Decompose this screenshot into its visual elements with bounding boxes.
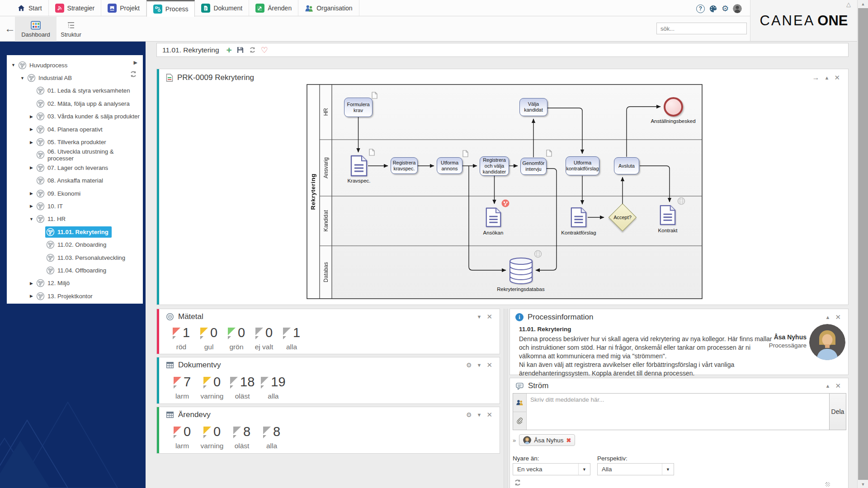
tree-item[interactable]: 11.03. Personalutveckling bbox=[7, 251, 143, 264]
tab-strategier[interactable]: Strategier bbox=[49, 0, 102, 16]
database-rekryteringsdatabas[interactable] bbox=[509, 257, 533, 284]
expand-arrow-icon[interactable]: ▶ bbox=[28, 281, 35, 286]
collapse-widget-icon[interactable]: ▲ bbox=[826, 383, 830, 389]
tab-start[interactable]: Start bbox=[11, 0, 49, 16]
tree-item[interactable]: 06. Utveckla utrustning & processer bbox=[7, 149, 143, 161]
share-button[interactable]: Dela bbox=[829, 394, 846, 430]
settings-gear-icon[interactable]: ⚙ bbox=[722, 5, 729, 13]
end-event-anstallningsbesked[interactable] bbox=[664, 97, 683, 117]
stat-larm[interactable]: 0larm bbox=[170, 425, 194, 450]
tree-item[interactable]: ▼Industrial AB bbox=[7, 71, 143, 84]
stat-ej-valt[interactable]: 0ej valt bbox=[253, 326, 275, 351]
tree-item[interactable]: 11.04. Offboarding bbox=[7, 264, 143, 277]
expand-arrow-icon[interactable]: ▶ bbox=[28, 294, 35, 298]
expand-arrow-icon[interactable]: ▶ bbox=[28, 204, 35, 208]
task-registrera-kravspec[interactable]: Registrera kravspec. bbox=[391, 157, 418, 174]
process-link-badge-icon[interactable] bbox=[501, 199, 509, 207]
widget-settings-gear-icon[interactable]: ⚙ bbox=[466, 361, 472, 369]
tab-arenden[interactable]: Ärenden bbox=[249, 0, 298, 16]
tree-item[interactable]: ▶13. Projektkontor bbox=[7, 290, 143, 302]
bpmn-diagram[interactable]: Rekrytering HR Ansvarig Kandidat Databas bbox=[307, 84, 703, 299]
stat-olast[interactable]: 18oläst bbox=[230, 375, 255, 400]
close-widget-icon[interactable]: ✕ bbox=[486, 411, 492, 419]
expand-arrow-icon[interactable]: ▶ bbox=[28, 191, 35, 196]
task-genomfor-intervju[interactable]: Genomför intervju bbox=[520, 158, 547, 175]
tree-item[interactable]: 11.02. Onboarding bbox=[7, 238, 143, 251]
document-kravspec[interactable] bbox=[350, 155, 368, 177]
stream-refresh-icon[interactable] bbox=[514, 479, 522, 487]
search-input[interactable] bbox=[657, 25, 744, 32]
favorite-heart-icon[interactable]: ♡ bbox=[261, 45, 268, 55]
stat-varning[interactable]: 0varning bbox=[200, 425, 224, 450]
document-ansokan[interactable] bbox=[485, 207, 502, 228]
close-widget-icon[interactable]: ✕ bbox=[486, 313, 492, 321]
collapse-widget-icon[interactable]: ▲ bbox=[826, 314, 830, 320]
resize-grip[interactable] bbox=[826, 482, 830, 487]
collapse-widget-icon[interactable]: ▼ bbox=[477, 314, 482, 319]
struktur-button[interactable]: Struktur bbox=[57, 17, 85, 42]
tree-item[interactable]: 08. Anskaffa material bbox=[7, 174, 143, 187]
tree-item[interactable]: ▶07. Lager och leverans bbox=[7, 161, 143, 174]
remove-tag-icon[interactable]: ✖ bbox=[566, 437, 571, 444]
task-valja-kandidat[interactable]: Välja kandidat bbox=[519, 98, 547, 116]
tree-item-selected[interactable]: 11.01. Rekrytering bbox=[7, 225, 143, 238]
task-registrera-och-valja-kandidater[interactable]: Registrera och välja kandidater bbox=[480, 156, 509, 176]
perspective-select[interactable]: Alla ▼ bbox=[597, 463, 674, 475]
tab-process[interactable]: Process bbox=[146, 0, 195, 17]
help-icon[interactable]: ? bbox=[696, 5, 705, 13]
stat-gron[interactable]: 0grön bbox=[226, 326, 247, 351]
expand-arrow-icon[interactable]: ▶ bbox=[28, 140, 35, 145]
back-arrow-icon[interactable]: ← bbox=[5, 23, 15, 34]
tree-expand-icon[interactable]: ▶ bbox=[134, 60, 137, 66]
stat-alla[interactable]: 19alla bbox=[261, 375, 285, 400]
tree-refresh-icon[interactable] bbox=[129, 70, 137, 78]
tree-item[interactable]: ▼Huvudprocess bbox=[7, 59, 143, 71]
stat-larm[interactable]: 7larm bbox=[170, 375, 194, 400]
tree-item[interactable]: ▶09. Ekonomi bbox=[7, 187, 143, 200]
widget-settings-gear-icon[interactable]: ⚙ bbox=[466, 411, 472, 418]
stat-gul[interactable]: 0gul bbox=[198, 326, 220, 351]
save-icon[interactable] bbox=[236, 46, 244, 54]
task-utforma-kontraktforslag[interactable]: Utforma kontraktförslag bbox=[566, 156, 599, 175]
stat-varning[interactable]: 0varning bbox=[200, 375, 224, 400]
stat-rod[interactable]: 1röd bbox=[170, 326, 192, 351]
tree-item[interactable]: ▶10. IT bbox=[7, 200, 143, 212]
close-widget-icon[interactable]: ✕ bbox=[835, 382, 841, 390]
theme-palette-icon[interactable] bbox=[709, 5, 717, 13]
scroll-up-icon[interactable]: ▲ bbox=[858, 0, 868, 8]
tree-item[interactable]: 02. Mäta, följa upp & analysera bbox=[7, 97, 143, 110]
tree-item[interactable]: ▼11. HR bbox=[7, 213, 143, 225]
task-avsluta[interactable]: Avsluta bbox=[614, 157, 639, 174]
vertical-scrollbar[interactable]: ▲ ▼ bbox=[857, 0, 868, 488]
collapse-widget-icon[interactable]: ▼ bbox=[477, 412, 482, 418]
document-kontraktforslag[interactable] bbox=[570, 207, 587, 228]
tree-item[interactable]: ▶04. Planera operativt bbox=[7, 123, 143, 136]
tab-projekt[interactable]: Projekt bbox=[101, 0, 146, 16]
newer-than-select[interactable]: En vecka ▼ bbox=[513, 463, 590, 475]
tree-item[interactable]: ▶03. Vårda kunder & sälja produkter bbox=[7, 110, 143, 123]
stat-alla[interactable]: 8alla bbox=[260, 425, 283, 450]
refresh-icon[interactable] bbox=[249, 46, 256, 54]
task-formulera-krav[interactable]: Formulera krav bbox=[344, 98, 373, 117]
add-icon[interactable]: + bbox=[226, 45, 232, 56]
user-avatar[interactable] bbox=[733, 4, 742, 13]
task-utforma-annons[interactable]: Utforma annons bbox=[437, 157, 462, 174]
tab-dokument[interactable]: Dokument bbox=[195, 0, 249, 16]
collapse-widget-icon[interactable]: ▼ bbox=[477, 362, 482, 368]
dashboard-button[interactable]: Dashboard bbox=[15, 17, 57, 42]
expand-arrow-icon[interactable]: ▶ bbox=[28, 127, 35, 131]
collapse-arrow-icon[interactable]: ▼ bbox=[19, 76, 26, 80]
owner-avatar[interactable] bbox=[809, 324, 845, 360]
tree-item[interactable]: 01. Leda & styra verksamheten bbox=[7, 84, 143, 97]
stat-olast[interactable]: 8oläst bbox=[230, 425, 254, 450]
tree-item[interactable]: ▶12. Miljö bbox=[7, 277, 143, 290]
document-kontrakt[interactable] bbox=[659, 205, 676, 225]
close-widget-icon[interactable]: ✕ bbox=[835, 313, 841, 321]
expand-arrow-icon[interactable]: ▶ bbox=[28, 114, 35, 119]
scroll-down-icon[interactable]: ▼ bbox=[858, 480, 868, 488]
message-input[interactable] bbox=[527, 394, 829, 430]
column-splitter[interactable] bbox=[504, 309, 508, 488]
recipient-tag[interactable]: Åsa Nyhus ✖ bbox=[519, 434, 575, 446]
mention-people-icon[interactable] bbox=[513, 394, 526, 412]
scrollbar-thumb[interactable] bbox=[858, 8, 868, 480]
